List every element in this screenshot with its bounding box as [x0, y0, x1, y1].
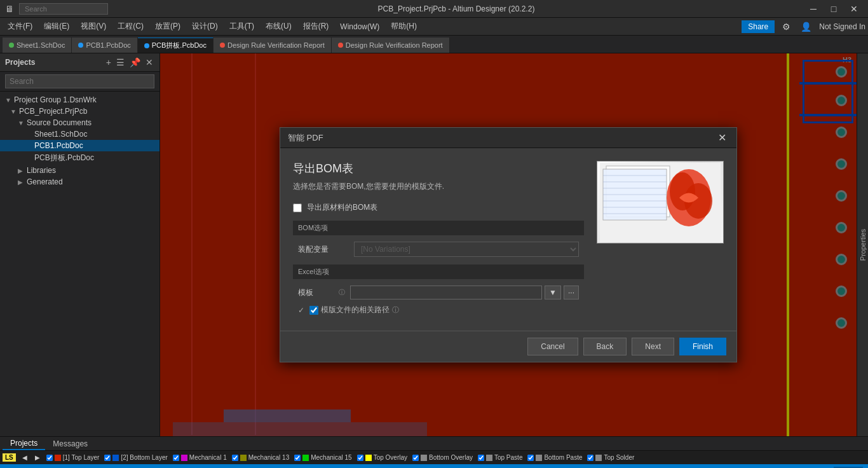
layer-nav-right[interactable]: ▶ [34, 454, 41, 461]
status-bar: X:-945mil Y:295mil Grid: 5mil (Hotspot S… [0, 464, 868, 468]
bottom-tab-bar: Projects Messages [0, 436, 868, 450]
tab-messages[interactable]: Messages [45, 438, 95, 450]
tab-dot-pcb-panel [144, 43, 149, 48]
arrow-icon: ▼ [5, 97, 11, 104]
template-input[interactable] [350, 286, 542, 299]
tab-drv1[interactable]: Design Rule Verification Report [214, 38, 332, 53]
cancel-button[interactable]: Cancel [527, 338, 578, 355]
layer-mech13-dot [240, 455, 247, 461]
sidebar-header: Projects + ☰ 📌 ✕ [0, 53, 159, 72]
bom-export-label: 导出原材料的BOM表 [307, 202, 377, 213]
sidebar-add-icon[interactable]: + [105, 56, 112, 69]
sidebar-search-input[interactable] [5, 74, 154, 88]
finish-button[interactable]: Finish [679, 338, 726, 355]
restore-button[interactable]: □ [825, 2, 843, 16]
layer-mech13-checkbox[interactable] [232, 455, 238, 461]
sidebar-pin-icon[interactable]: 📌 [128, 56, 142, 69]
tab-pcb-panel[interactable]: PCB拼板.PcbDoc [138, 38, 214, 53]
dialog-title: 智能 PDF [288, 132, 323, 144]
bom-export-checkbox[interactable] [293, 203, 302, 212]
tree-libraries[interactable]: ▶ Libraries [0, 165, 159, 176]
not-signed-in[interactable]: Not Signed In [819, 22, 865, 31]
layer-top[interactable]: [1] Top Layer [46, 454, 100, 461]
layer-bottom-overlay[interactable]: Bottom Overlay [412, 454, 473, 461]
layer-mech15[interactable]: Mechanical 15 [294, 454, 351, 461]
menu-help[interactable]: 帮助(H) [386, 18, 422, 34]
back-button[interactable]: Back [583, 338, 627, 355]
checkmark-icon: ✓ [298, 306, 304, 315]
menu-design[interactable]: 设计(D) [187, 18, 223, 34]
properties-panel[interactable]: Properties [857, 53, 868, 436]
layer-mech15-checkbox[interactable] [294, 455, 301, 461]
smart-pdf-dialog: 智能 PDF ✕ 导出BOM表 选择您是否需要BOM,您需要使用的模版文件. 导… [280, 127, 737, 362]
tree-source-docs[interactable]: ▼ Source Documents [0, 117, 159, 128]
menu-view[interactable]: 视图(V) [76, 18, 111, 34]
dialog-overlay: 智能 PDF ✕ 导出BOM表 选择您是否需要BOM,您需要使用的模版文件. 导… [160, 53, 857, 436]
tree-project-group[interactable]: ▼ Project Group 1.DsnWrk [0, 94, 159, 106]
close-button[interactable]: ✕ [845, 2, 863, 16]
properties-label: Properties [859, 229, 867, 261]
menu-edit[interactable]: 编辑(E) [39, 18, 74, 34]
layer-mech1-checkbox[interactable] [173, 455, 179, 461]
layer-top-overlay-checkbox[interactable] [357, 455, 363, 461]
layer-top-checkbox[interactable] [46, 455, 53, 461]
dialog-title-bar: 智能 PDF ✕ [280, 128, 736, 148]
layer-mech13[interactable]: Mechanical 13 [232, 454, 289, 461]
dialog-close-button[interactable]: ✕ [715, 132, 729, 144]
layer-bottom[interactable]: [2] Bottom Layer [104, 454, 167, 461]
main-area: Projects + ☰ 📌 ✕ ▼ Project Group 1.DsnWr… [0, 53, 868, 436]
layer-top-solder-dot [595, 455, 602, 461]
layer-top-paste[interactable]: Top Paste [478, 454, 522, 461]
tree-pcb-panel[interactable]: PCB拼板.PcbDoc [0, 151, 159, 165]
tree-sheet1[interactable]: Sheet1.SchDoc [0, 128, 159, 140]
layer-bottom-paste-checkbox[interactable] [527, 455, 534, 461]
sidebar-menu-icon[interactable]: ☰ [115, 56, 126, 69]
layer-top-solder-checkbox[interactable] [587, 455, 593, 461]
template-dots-button[interactable]: ··· [564, 286, 579, 299]
sidebar-close-icon[interactable]: ✕ [144, 56, 154, 69]
layer-bottom-overlay-dot [421, 455, 427, 461]
layer-bar: LS ◀ ▶ [1] Top Layer [2] Bottom Layer Me… [0, 450, 868, 464]
menu-file[interactable]: 文件(F) [3, 18, 37, 34]
layer-bottom-dot [112, 455, 119, 461]
user-icon[interactable]: 👤 [798, 20, 814, 33]
menu-project[interactable]: 工程(C) [112, 18, 149, 34]
layer-nav-left[interactable]: ◀ [21, 454, 29, 461]
next-button[interactable]: Next [632, 338, 674, 355]
layer-bottom-paste[interactable]: Bottom Paste [527, 454, 582, 461]
tree-pcb1[interactable]: PCB1.PcbDoc [0, 140, 159, 151]
preview-svg [600, 163, 721, 242]
assembly-variant-select[interactable]: [No Variations] [354, 242, 579, 257]
layer-top-solder[interactable]: Top Solder [587, 454, 634, 461]
minimize-button[interactable]: ─ [804, 2, 822, 16]
relative-path-label: 模版文件的相关路径 [321, 305, 390, 315]
template-dropdown-button[interactable]: ▼ [545, 286, 561, 299]
relative-path-info-icon: ⓘ [392, 305, 399, 315]
layer-bottom-overlay-checkbox[interactable] [412, 455, 419, 461]
pcb-canvas[interactable]: USB H3 智能 PDF [160, 53, 857, 436]
tab-drv2[interactable]: Design Rule Verification Report [332, 38, 450, 53]
menu-report[interactable]: 报告(R) [298, 18, 334, 34]
tab-sheet1[interactable]: Sheet1.SchDoc [3, 38, 72, 53]
menu-place[interactable]: 放置(P) [150, 18, 186, 34]
dialog-content: 导出BOM表 选择您是否需要BOM,您需要使用的模版文件. 导出原材料的BOM表… [280, 148, 736, 331]
layer-bottom-checkbox[interactable] [104, 455, 111, 461]
menu-window[interactable]: Window(W) [335, 20, 384, 34]
menu-route[interactable]: 布线(U) [261, 18, 297, 34]
title-search-input[interactable] [19, 3, 108, 15]
menu-tools[interactable]: 工具(T) [224, 18, 259, 34]
relative-path-checkbox[interactable] [309, 306, 318, 315]
layer-top-overlay[interactable]: Top Overlay [357, 454, 407, 461]
sidebar: Projects + ☰ 📌 ✕ ▼ Project Group 1.DsnWr… [0, 53, 160, 436]
tree-pcb-project[interactable]: ▼ PCB_Project.PrjPcb [0, 106, 159, 117]
tree-generated[interactable]: ▶ Generated [0, 176, 159, 188]
tab-pcb1[interactable]: PCB1.PcbDoc [72, 38, 137, 53]
tree-item-label: Project Group 1.DsnWrk [14, 95, 97, 104]
share-button[interactable]: Share [742, 20, 775, 33]
tab-projects[interactable]: Projects [3, 437, 45, 450]
layer-mech1[interactable]: Mechanical 1 [173, 454, 227, 461]
layer-top-paste-checkbox[interactable] [478, 455, 484, 461]
bom-options-label: BOM选项 [293, 221, 584, 235]
settings-icon[interactable]: ⚙ [780, 20, 793, 33]
tree-item-label: Source Documents [27, 118, 92, 127]
